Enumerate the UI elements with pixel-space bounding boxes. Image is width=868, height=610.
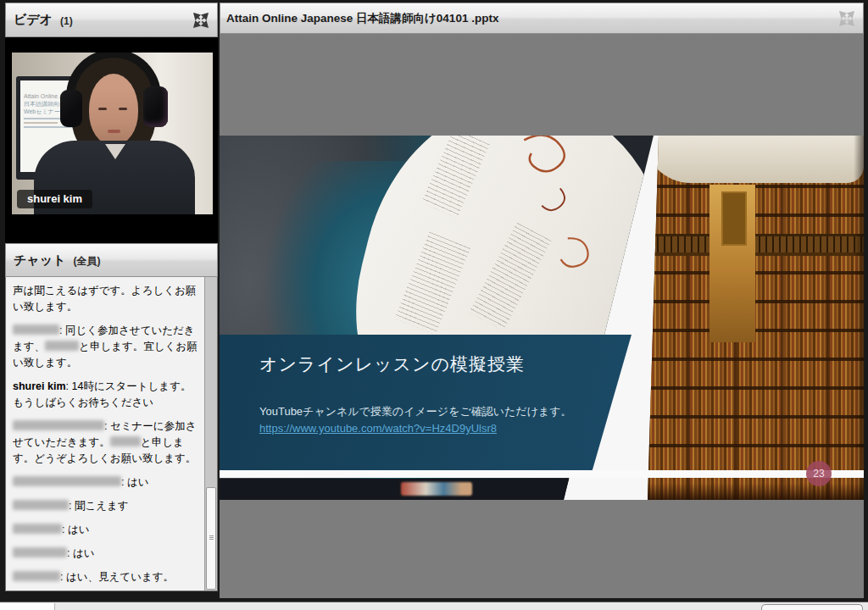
slide-divider-stripe xyxy=(220,470,864,478)
chat-scope-label: (全員) xyxy=(73,254,100,269)
headphone-earcup xyxy=(60,90,82,127)
slide-title: オンラインレッスンの模擬授業 xyxy=(259,352,525,376)
video-panel-title: ビデオ xyxy=(14,12,53,28)
presentation-title-bar[interactable]: Attain Online Japanese 日本語講師向け04101 .ppt… xyxy=(220,3,864,34)
chat-scrollbar-thumb[interactable] xyxy=(206,487,216,590)
chat-messages: 声は聞こえるはずです。よろしくお願い致します。: 同じく参加させていただきます、… xyxy=(6,277,204,591)
chat-sender-name: shurei kim xyxy=(13,380,66,392)
library-gold-column xyxy=(709,185,755,342)
chat-message: : はい xyxy=(13,474,201,491)
chat-message: 声は聞こえるはずです。よろしくお願い致します。 xyxy=(13,283,201,315)
photo-bottom-fragment xyxy=(401,482,472,496)
slide-body-text: YouTubeチャンネルで授業のイメージをご確認いただけます。 xyxy=(259,404,572,419)
redacted-sender-name xyxy=(13,500,69,510)
chat-scrollbar-track[interactable] xyxy=(204,277,217,591)
redacted-text xyxy=(110,436,141,446)
redacted-sender-name xyxy=(13,420,104,430)
chat-message: : はい xyxy=(13,522,201,538)
chat-message: : はい、見えています。 xyxy=(13,569,201,585)
library-ceiling xyxy=(643,136,864,183)
chat-message: : 聞こえます xyxy=(13,498,201,514)
redacted-sender-name xyxy=(13,476,121,486)
bottom-bar-left-segment xyxy=(0,603,55,610)
video-feed-area: Attain Online Jap 日本語講師向け Webセミナー shurei… xyxy=(5,37,218,243)
chat-message: : はい xyxy=(13,546,201,562)
slide-youtube-link[interactable]: https://www.youtube.com/watch?v=Hz4D9yUl… xyxy=(259,422,497,435)
participant-name-tag: shurei kim xyxy=(17,190,92,208)
chat-message: shurei kim: 14時にスタートします。もうしばらくお待ちください xyxy=(13,379,201,411)
webinar-window: ビデオ (1) Attain Online Jap 日本語講師向け Webセミナ… xyxy=(0,0,868,610)
presentation-expand-icon[interactable] xyxy=(838,10,855,27)
chat-message-list-container: 声は聞こえるはずです。よろしくお願い致します。: 同じく参加させていただきます、… xyxy=(5,277,218,591)
presentation-viewport: オンラインレッスンの模擬授業 YouTubeチャンネルで授業のイメージをご確認い… xyxy=(220,34,864,598)
redacted-sender-name xyxy=(13,524,62,534)
headphone-earcup xyxy=(143,86,168,127)
video-expand-icon[interactable] xyxy=(192,12,209,29)
presentation-file-name: Attain Online Japanese 日本語講師向け04101 .ppt… xyxy=(226,11,498,26)
slide-page-number-badge: 23 xyxy=(806,461,832,486)
slide: オンラインレッスンの模擬授業 YouTubeチャンネルで授業のイメージをご確認い… xyxy=(220,136,864,500)
window-bottom-bar xyxy=(0,602,868,610)
bottom-bar-button[interactable] xyxy=(761,604,863,610)
chat-message: : セミナーに参加させていただきます。と申します。どうぞよろしくお願い致します。 xyxy=(13,419,201,467)
chat-message: : 同じく参加させていただきます、と申します。宜しくお願い致します。 xyxy=(13,323,201,371)
redacted-text xyxy=(45,341,79,351)
video-panel-header[interactable]: ビデオ (1) xyxy=(5,3,218,37)
redacted-sender-name xyxy=(13,571,60,581)
slide-title-banner: オンラインレッスンの模擬授業 YouTubeチャンネルで授業のイメージをご確認い… xyxy=(220,335,632,470)
webcam-video: Attain Online Jap 日本語講師向け Webセミナー shurei… xyxy=(12,53,213,214)
redacted-sender-name xyxy=(13,324,59,335)
chat-panel-title: チャット xyxy=(14,252,65,269)
chat-panel-header[interactable]: チャット (全員) xyxy=(5,243,218,277)
slide-photo-library xyxy=(643,136,864,500)
redacted-sender-name xyxy=(13,547,67,557)
video-participant-count: (1) xyxy=(60,15,73,27)
scrollbar-grip-icon xyxy=(209,535,214,540)
